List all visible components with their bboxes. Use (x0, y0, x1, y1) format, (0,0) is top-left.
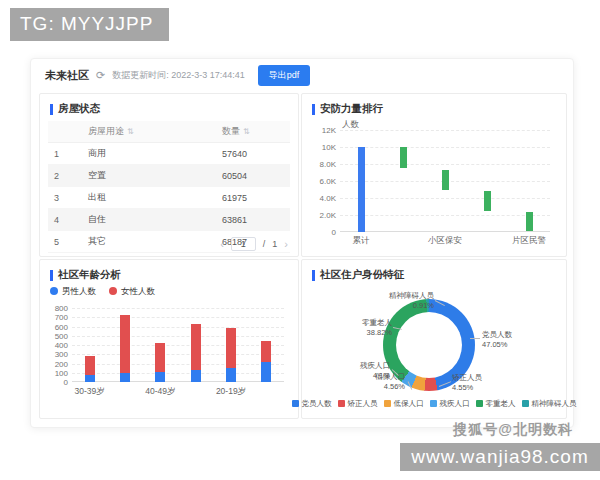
table-row: 3 出租 61975 (48, 187, 290, 209)
next-page-button[interactable]: › (284, 238, 288, 250)
gridline (340, 198, 550, 199)
y-tick-label: 100 (55, 368, 68, 377)
x-axis-line (340, 231, 550, 232)
table-row: 1 商用 57640 (48, 143, 290, 165)
watermark-sohu: 搜狐号@北明数科 (453, 421, 573, 439)
y-tick-label: 6.0K (320, 177, 336, 186)
page-number-box[interactable]: 1 (231, 237, 256, 251)
stacked-bar-female (191, 324, 201, 370)
table-row: 2 空置 60504 (48, 165, 290, 187)
y-tick-label: 400 (55, 341, 68, 350)
legend-item[interactable]: 低保人口 (384, 399, 424, 409)
legend-dot (50, 287, 58, 295)
watermark-website: www.wanjia98.com (400, 443, 600, 471)
table-header-row: 房屋用途⇅ 数量⇅ (48, 121, 290, 143)
waterfall-bar (526, 212, 533, 231)
age-chart-legend: 男性人数女性人数 (50, 286, 155, 298)
gridline (72, 327, 284, 328)
age-y-ticks: 0100200300400500600700800 (40, 308, 68, 382)
y-tick-label: 10K (322, 143, 336, 152)
gridline (340, 130, 550, 131)
stacked-bar-female (85, 356, 95, 375)
security-y-ticks: 02.0K4.0K6.0K8.0K10K12K (302, 130, 336, 232)
legend-item[interactable]: 矫正人员 (338, 399, 378, 409)
x-axis-label: 片区民警 (512, 235, 546, 247)
housing-table: 房屋用途⇅ 数量⇅ 1 商用 57640 2 空置 60504 3 出租 619… (48, 121, 290, 253)
legend-dot (109, 287, 117, 295)
y-tick-label: 300 (55, 350, 68, 359)
stacked-bar-male (261, 362, 271, 382)
prev-page-button[interactable]: ‹ (220, 238, 224, 250)
title-accent-bar (312, 270, 315, 281)
panel-identity-features: 社区住户身份特征 党员人数 47.05% 矫正人员 4.55% 低保人口 4.5… (301, 259, 567, 419)
legend-item[interactable]: 党员人数 (292, 399, 332, 409)
legend-item[interactable]: 精神障碍人员 (522, 399, 577, 409)
gridline (340, 164, 550, 165)
stacked-bar-female (261, 341, 271, 362)
callout-disabled: 残疾人口 4.1% (330, 361, 390, 381)
legend-item[interactable]: 女性人数 (109, 286, 155, 298)
gridline (72, 345, 284, 346)
callout-elderly: 零重老人 38.82% (320, 318, 392, 338)
y-tick-label: 2.0K (320, 211, 336, 220)
gridline (340, 215, 550, 216)
page-separator: / (263, 239, 266, 249)
age-chart-plot (72, 308, 284, 382)
watermark-telegram: TG: MYYJJPP (10, 8, 169, 41)
stacked-bar-male (85, 375, 95, 382)
refresh-icon[interactable]: ⟳ (96, 69, 105, 82)
gridline (72, 364, 284, 365)
export-pdf-button[interactable]: 导出pdf (258, 65, 311, 86)
refresh-time-label: 数据更新时间: 2022-3-3 17:44:41 (112, 69, 245, 82)
y-tick-label: 500 (55, 331, 68, 340)
donut-legend: 党员人数矫正人员低保人口残疾人口零重老人精神障碍人员 (304, 399, 564, 409)
gridline (72, 373, 284, 374)
y-tick-label: 12K (322, 126, 336, 135)
panel-housing-status: 房屋状态 房屋用途⇅ 数量⇅ 1 商用 57640 2 空置 60504 (39, 93, 299, 257)
legend-item[interactable]: 残疾人口 (430, 399, 470, 409)
panel-title-identity: 社区住户身份特征 (302, 260, 566, 282)
x-axis-label: 累计 (353, 235, 370, 247)
waterfall-bar (400, 147, 407, 168)
security-x-labels: 累计小区保安片区民警 (340, 235, 550, 247)
gridline (340, 147, 550, 148)
pagination: ‹ 1 / 1 › (220, 237, 288, 251)
stacked-bar-male (191, 370, 201, 382)
page-total: 1 (272, 239, 277, 249)
waterfall-bar (358, 147, 365, 232)
x-axis-label: 小区保安 (428, 235, 462, 247)
x-axis-label: 30-39岁 (75, 386, 105, 398)
gridline (72, 308, 284, 309)
stacked-bar-male (120, 373, 130, 382)
y-tick-label: 8.0K (320, 160, 336, 169)
stacked-bar-male (155, 372, 165, 382)
stacked-bar-male (226, 368, 236, 382)
card-header: 未来社区 ⟳ 数据更新时间: 2022-3-3 17:44:41 导出pdf (31, 59, 573, 91)
gridline (72, 336, 284, 337)
sort-icon[interactable]: ⇅ (127, 127, 134, 136)
x-axis-label: 40-49岁 (145, 386, 175, 398)
y-tick-label: 0 (64, 378, 68, 387)
col-header-count[interactable]: 数量⇅ (216, 121, 290, 143)
title-accent-bar (312, 104, 315, 115)
gridline (72, 317, 284, 318)
callout-mental: 精神障碍人员 0.91% (342, 291, 434, 311)
callout-line (470, 338, 480, 339)
legend-swatch (292, 400, 299, 407)
legend-item[interactable]: 男性人数 (50, 286, 96, 298)
panel-security-ranking: 安防力量排行 人数 02.0K4.0K6.0K8.0K10K12K 累计小区保安… (301, 93, 567, 257)
title-accent-bar (50, 104, 53, 115)
waterfall-bar (484, 191, 491, 211)
legend-item[interactable]: 零重老人 (476, 399, 516, 409)
legend-swatch (338, 400, 345, 407)
sort-icon[interactable]: ⇅ (243, 127, 250, 136)
legend-swatch (384, 400, 391, 407)
y-tick-label: 200 (55, 359, 68, 368)
col-header-use[interactable]: 房屋用途⇅ (82, 121, 216, 143)
title-accent-bar (50, 270, 53, 281)
stacked-bar-female (120, 315, 130, 373)
x-axis-label: 20-19岁 (216, 386, 246, 398)
age-x-labels: 30-39岁40-49岁20-19岁 (72, 386, 284, 398)
security-chart-plot (340, 130, 550, 232)
panel-title-security: 安防力量排行 (302, 94, 566, 116)
